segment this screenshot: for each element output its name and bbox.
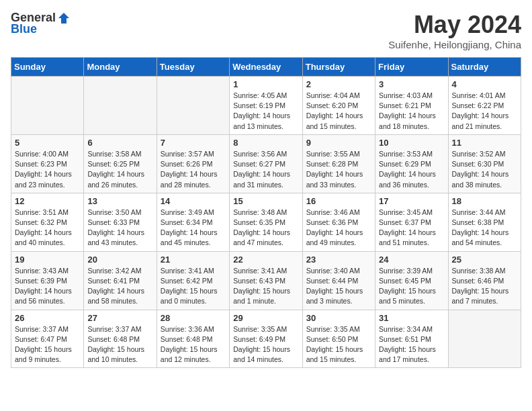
calendar-cell: 17Sunrise: 3:45 AM Sunset: 6:37 PM Dayli… [375, 193, 448, 251]
calendar-cell: 16Sunrise: 3:46 AM Sunset: 6:36 PM Dayli… [302, 193, 375, 251]
day-number: 15 [233, 196, 298, 206]
day-number: 25 [452, 255, 517, 265]
page-header: General Blue May 2024 Suifenhe, Heilongj… [11, 11, 521, 50]
calendar-cell: 27Sunrise: 3:37 AM Sunset: 6:48 PM Dayli… [84, 310, 157, 368]
calendar-cell: 23Sunrise: 3:40 AM Sunset: 6:44 PM Dayli… [302, 251, 375, 310]
day-info: Sunrise: 3:36 AM Sunset: 6:48 PM Dayligh… [161, 324, 226, 365]
calendar-cell: 26Sunrise: 3:37 AM Sunset: 6:47 PM Dayli… [11, 310, 84, 368]
calendar-cell: 22Sunrise: 3:41 AM Sunset: 6:43 PM Dayli… [230, 251, 302, 310]
day-info: Sunrise: 3:52 AM Sunset: 6:30 PM Dayligh… [452, 149, 517, 190]
calendar-cell: 11Sunrise: 3:52 AM Sunset: 6:30 PM Dayli… [448, 134, 521, 193]
day-number: 18 [452, 196, 517, 206]
calendar-cell: 18Sunrise: 3:44 AM Sunset: 6:38 PM Dayli… [448, 193, 521, 251]
day-number: 24 [379, 255, 444, 265]
day-info: Sunrise: 3:49 AM Sunset: 6:34 PM Dayligh… [161, 208, 226, 248]
day-info: Sunrise: 4:04 AM Sunset: 6:20 PM Dayligh… [306, 91, 371, 132]
calendar-cell [11, 77, 84, 135]
day-number: 5 [15, 138, 80, 148]
day-number: 23 [306, 255, 371, 265]
calendar-cell: 28Sunrise: 3:36 AM Sunset: 6:48 PM Dayli… [157, 310, 229, 368]
day-number: 13 [87, 196, 152, 206]
day-info: Sunrise: 3:37 AM Sunset: 6:48 PM Dayligh… [87, 324, 152, 365]
calendar-cell: 8Sunrise: 3:56 AM Sunset: 6:27 PM Daylig… [230, 134, 302, 193]
day-number: 3 [379, 79, 444, 89]
day-number: 11 [452, 138, 517, 148]
day-number: 12 [15, 196, 80, 206]
calendar-header-sunday: Sunday [11, 58, 84, 77]
day-number: 16 [306, 196, 371, 206]
day-number: 22 [233, 255, 298, 265]
calendar-week-5: 26Sunrise: 3:37 AM Sunset: 6:47 PM Dayli… [11, 310, 521, 368]
calendar-cell: 9Sunrise: 3:55 AM Sunset: 6:28 PM Daylig… [302, 134, 375, 193]
calendar-cell: 20Sunrise: 3:42 AM Sunset: 6:41 PM Dayli… [84, 251, 157, 310]
calendar-week-1: 1Sunrise: 4:05 AM Sunset: 6:19 PM Daylig… [11, 77, 521, 135]
day-info: Sunrise: 3:41 AM Sunset: 6:42 PM Dayligh… [161, 266, 226, 307]
day-number: 4 [452, 79, 517, 89]
calendar-header-saturday: Saturday [448, 58, 521, 77]
day-number: 2 [306, 79, 371, 89]
day-number: 30 [306, 313, 371, 323]
day-info: Sunrise: 3:51 AM Sunset: 6:32 PM Dayligh… [15, 208, 80, 248]
day-info: Sunrise: 3:46 AM Sunset: 6:36 PM Dayligh… [306, 208, 371, 248]
day-info: Sunrise: 3:41 AM Sunset: 6:43 PM Dayligh… [233, 266, 298, 307]
calendar-cell: 13Sunrise: 3:50 AM Sunset: 6:33 PM Dayli… [84, 193, 157, 251]
day-info: Sunrise: 3:39 AM Sunset: 6:45 PM Dayligh… [379, 266, 444, 307]
calendar-cell [448, 310, 521, 368]
day-info: Sunrise: 3:50 AM Sunset: 6:33 PM Dayligh… [87, 208, 152, 248]
day-number: 26 [15, 313, 80, 323]
calendar-cell: 14Sunrise: 3:49 AM Sunset: 6:34 PM Dayli… [157, 193, 229, 251]
calendar-cell: 12Sunrise: 3:51 AM Sunset: 6:32 PM Dayli… [11, 193, 84, 251]
logo: General Blue [11, 11, 71, 36]
calendar-header-thursday: Thursday [302, 58, 375, 77]
day-info: Sunrise: 3:42 AM Sunset: 6:41 PM Dayligh… [87, 266, 152, 307]
calendar-cell: 30Sunrise: 3:35 AM Sunset: 6:50 PM Dayli… [302, 310, 375, 368]
calendar-header-wednesday: Wednesday [230, 58, 302, 77]
day-info: Sunrise: 3:58 AM Sunset: 6:25 PM Dayligh… [87, 149, 152, 190]
logo-blue: Blue [11, 22, 37, 36]
title-block: May 2024 Suifenhe, Heilongjiang, China [388, 11, 521, 50]
day-number: 1 [233, 79, 298, 89]
calendar-week-3: 12Sunrise: 3:51 AM Sunset: 6:32 PM Dayli… [11, 193, 521, 251]
calendar-cell: 6Sunrise: 3:58 AM Sunset: 6:25 PM Daylig… [84, 134, 157, 193]
day-info: Sunrise: 3:53 AM Sunset: 6:29 PM Dayligh… [379, 149, 444, 190]
day-info: Sunrise: 3:38 AM Sunset: 6:46 PM Dayligh… [452, 266, 517, 307]
calendar-cell: 1Sunrise: 4:05 AM Sunset: 6:19 PM Daylig… [230, 77, 302, 135]
calendar-header-monday: Monday [84, 58, 157, 77]
calendar-cell: 25Sunrise: 3:38 AM Sunset: 6:46 PM Dayli… [448, 251, 521, 310]
day-number: 20 [87, 255, 152, 265]
day-info: Sunrise: 3:34 AM Sunset: 6:51 PM Dayligh… [379, 324, 444, 365]
calendar-cell: 3Sunrise: 4:03 AM Sunset: 6:21 PM Daylig… [375, 77, 448, 135]
svg-marker-0 [58, 13, 69, 24]
day-info: Sunrise: 4:03 AM Sunset: 6:21 PM Dayligh… [379, 91, 444, 132]
day-info: Sunrise: 3:35 AM Sunset: 6:49 PM Dayligh… [233, 324, 298, 365]
month-title: May 2024 [388, 11, 521, 39]
calendar-cell: 21Sunrise: 3:41 AM Sunset: 6:42 PM Dayli… [157, 251, 229, 310]
calendar-cell: 2Sunrise: 4:04 AM Sunset: 6:20 PM Daylig… [302, 77, 375, 135]
calendar-week-4: 19Sunrise: 3:43 AM Sunset: 6:39 PM Dayli… [11, 251, 521, 310]
day-number: 6 [87, 138, 152, 148]
calendar-cell: 4Sunrise: 4:01 AM Sunset: 6:22 PM Daylig… [448, 77, 521, 135]
calendar-header-friday: Friday [375, 58, 448, 77]
calendar-cell: 29Sunrise: 3:35 AM Sunset: 6:49 PM Dayli… [230, 310, 302, 368]
calendar-cell [84, 77, 157, 135]
day-info: Sunrise: 3:43 AM Sunset: 6:39 PM Dayligh… [15, 266, 80, 307]
day-number: 14 [161, 196, 226, 206]
day-info: Sunrise: 4:00 AM Sunset: 6:23 PM Dayligh… [15, 149, 80, 190]
day-number: 8 [233, 138, 298, 148]
day-info: Sunrise: 3:45 AM Sunset: 6:37 PM Dayligh… [379, 208, 444, 248]
calendar-header-tuesday: Tuesday [157, 58, 229, 77]
calendar-cell: 10Sunrise: 3:53 AM Sunset: 6:29 PM Dayli… [375, 134, 448, 193]
day-number: 10 [379, 138, 444, 148]
day-number: 21 [161, 255, 226, 265]
day-number: 31 [379, 313, 444, 323]
day-info: Sunrise: 3:44 AM Sunset: 6:38 PM Dayligh… [452, 208, 517, 248]
day-info: Sunrise: 3:40 AM Sunset: 6:44 PM Dayligh… [306, 266, 371, 307]
day-number: 7 [161, 138, 226, 148]
day-info: Sunrise: 3:35 AM Sunset: 6:50 PM Dayligh… [306, 324, 371, 365]
day-number: 9 [306, 138, 371, 148]
calendar-cell: 15Sunrise: 3:48 AM Sunset: 6:35 PM Dayli… [230, 193, 302, 251]
calendar-cell: 31Sunrise: 3:34 AM Sunset: 6:51 PM Dayli… [375, 310, 448, 368]
calendar-cell: 5Sunrise: 4:00 AM Sunset: 6:23 PM Daylig… [11, 134, 84, 193]
calendar-cell [157, 77, 229, 135]
day-number: 17 [379, 196, 444, 206]
